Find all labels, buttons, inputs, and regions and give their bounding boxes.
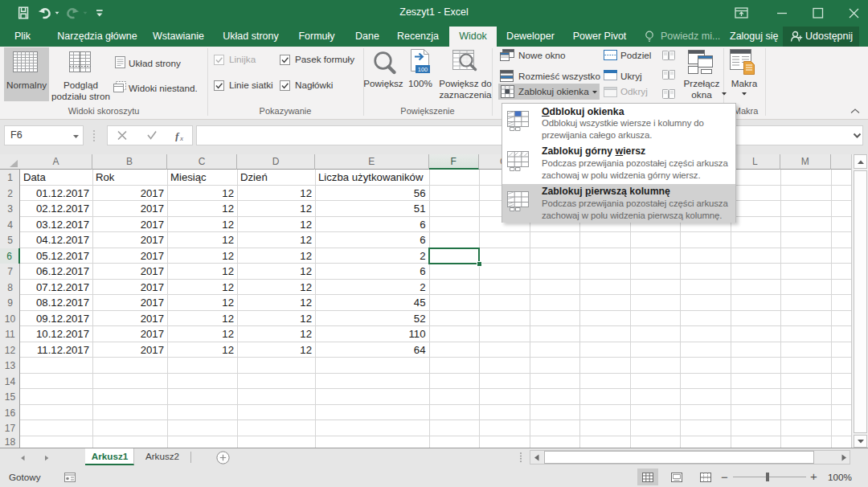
svg-text:100: 100 xyxy=(418,66,428,73)
svg-text:x: x xyxy=(179,134,183,141)
